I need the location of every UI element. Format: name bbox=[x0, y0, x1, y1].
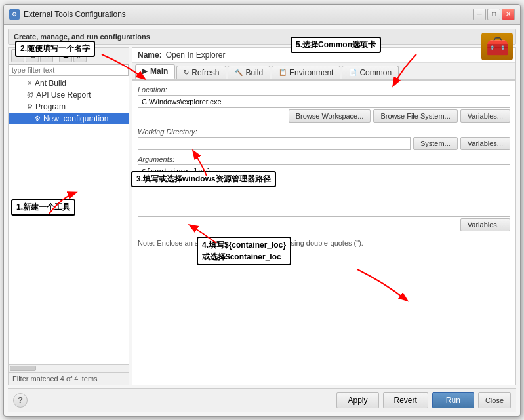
window-icon: ⚙ bbox=[9, 9, 20, 20]
tree-item-newconfig[interactable]: ⚙ New_configuration bbox=[9, 113, 129, 124]
toolbox-icon bbox=[481, 33, 513, 60]
variables-button-3[interactable]: Variables... bbox=[460, 218, 510, 231]
name-value: Open In Explorer bbox=[166, 50, 226, 60]
window-title: External Tools Configurations bbox=[24, 10, 126, 19]
close-dialog-button[interactable]: Close bbox=[478, 392, 511, 408]
tabs-bar: ▶ Main ↻ Refresh 🔨 Build 📋 bbox=[132, 63, 515, 81]
annotation-4: 4.填写${container_loc}或选择$container_loc bbox=[197, 237, 291, 265]
api-icon: @ bbox=[27, 91, 33, 98]
note-text: Note: Enclose an argument containing spa… bbox=[138, 239, 510, 247]
tab-common[interactable]: 📄 Common bbox=[342, 66, 399, 79]
tree-item-label: New_configuration bbox=[43, 114, 108, 123]
tab-build[interactable]: 🔨 Build bbox=[228, 66, 270, 79]
env-tab-icon: 📋 bbox=[279, 69, 287, 76]
main-tab-icon: ▶ bbox=[142, 67, 148, 75]
description-text: Create, manage, and run configurations bbox=[14, 33, 150, 41]
tab-refresh[interactable]: ↻ Refresh bbox=[176, 66, 226, 79]
location-input[interactable] bbox=[138, 95, 510, 108]
browse-workspace-button[interactable]: Browse Workspace... bbox=[289, 109, 371, 123]
variables-button-1[interactable]: Variables... bbox=[460, 109, 510, 123]
tab-env-label: Environment bbox=[289, 68, 333, 77]
tab-common-label: Common bbox=[359, 68, 392, 77]
tree-item-antbuild[interactable]: ✳ Ant Build bbox=[9, 77, 129, 89]
tree-item-program[interactable]: ⚙ Program bbox=[9, 101, 129, 113]
annotation-5: 5.选择Common选项卡 bbox=[291, 37, 381, 53]
tab-build-label: Build bbox=[245, 68, 263, 77]
name-label: Name: bbox=[138, 50, 162, 60]
ant-icon: ✳ bbox=[27, 79, 32, 86]
variables-button-2[interactable]: Variables... bbox=[460, 137, 510, 150]
common-tab-icon: 📄 bbox=[349, 69, 357, 76]
refresh-tab-icon: ↻ bbox=[184, 69, 189, 76]
close-button[interactable]: ✕ bbox=[502, 9, 515, 20]
filter-status: Filter matched 4 of 4 items bbox=[9, 372, 129, 385]
minimize-button[interactable]: ─ bbox=[473, 9, 486, 20]
horizontal-scrollbar[interactable] bbox=[9, 364, 129, 372]
location-group: Location: Browse Workspace... Browse Fil… bbox=[138, 86, 510, 123]
scrollbar-thumb[interactable] bbox=[10, 366, 36, 371]
config-icon: ⚙ bbox=[35, 115, 41, 122]
tree-area: ✳ Ant Build @ API Use Report ⚙ Program bbox=[9, 76, 129, 364]
left-panel: + ⧉ ✕ ☰ ▷ ✳ Ant Build @ bbox=[8, 47, 129, 385]
browse-filesystem-button[interactable]: Browse File System... bbox=[373, 109, 457, 123]
tree-item-label: API Use Report bbox=[36, 90, 91, 100]
title-bar: ⚙ External Tools Configurations ─ □ ✕ bbox=[4, 5, 520, 25]
arguments-label: Arguments: bbox=[138, 155, 510, 163]
annotation-1: 1.新建一个工具 bbox=[11, 199, 75, 216]
working-dir-label: Working Directory: bbox=[138, 128, 510, 136]
maximize-button[interactable]: □ bbox=[487, 9, 500, 20]
annotation-2: 2.随便填写一个名字 bbox=[15, 41, 95, 57]
tree-item-apiuse[interactable]: @ API Use Report bbox=[9, 89, 129, 101]
revert-button[interactable]: Revert bbox=[383, 392, 428, 408]
system-button[interactable]: System... bbox=[413, 137, 458, 150]
tab-main[interactable]: ▶ Main bbox=[135, 64, 175, 79]
program-icon: ⚙ bbox=[27, 103, 33, 110]
annotation-3: 3.填写或选择windows资源管理器路径 bbox=[131, 171, 276, 187]
tab-refresh-label: Refresh bbox=[191, 68, 219, 77]
filter-input[interactable] bbox=[9, 64, 129, 76]
right-panel: Name: Open In Explorer ▶ Main ↻ Refresh bbox=[132, 47, 516, 385]
tab-environment[interactable]: 📋 Environment bbox=[272, 66, 340, 79]
build-tab-icon: 🔨 bbox=[235, 69, 243, 76]
tree-item-label: Ant Build bbox=[35, 79, 66, 88]
tab-main-label: Main bbox=[150, 67, 168, 76]
help-button[interactable]: ? bbox=[13, 393, 28, 408]
arguments-group: Arguments: ${container_loc} Variables... bbox=[138, 155, 510, 231]
bottom-bar: ? Apply Revert Run Close bbox=[8, 388, 516, 412]
working-dir-input[interactable] bbox=[138, 137, 411, 150]
apply-button[interactable]: Apply bbox=[336, 392, 378, 408]
tree-item-label: Program bbox=[35, 102, 66, 111]
working-dir-group: Working Directory: System... Variables..… bbox=[138, 128, 510, 150]
location-label: Location: bbox=[138, 86, 510, 94]
run-button[interactable]: Run bbox=[432, 392, 474, 408]
tab-content: Location: Browse Workspace... Browse Fil… bbox=[132, 81, 515, 385]
